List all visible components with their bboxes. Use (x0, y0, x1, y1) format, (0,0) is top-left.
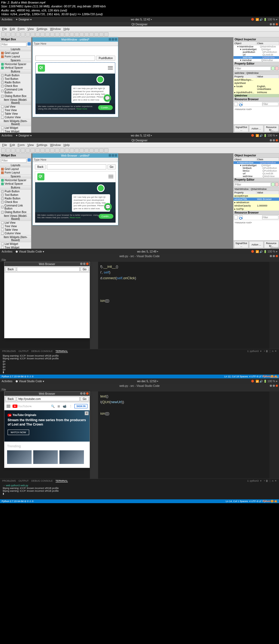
browser-back-button[interactable]: Back (5, 267, 16, 272)
reload-icon[interactable]: ⟳ (239, 102, 243, 106)
widget-category[interactable]: Item Widgets (Item-Based) (0, 235, 31, 242)
toolbar-button[interactable] (35, 148, 40, 153)
browser-viewport[interactable] (4, 273, 90, 338)
menu-edit[interactable]: Edit (9, 27, 16, 31)
url-lineedit[interactable] (35, 56, 95, 61)
toolbar-button[interactable] (70, 32, 74, 37)
widget-item[interactable]: Radio Button (0, 197, 31, 200)
widget-item[interactable]: Form Layout (0, 171, 31, 174)
browser-go-button[interactable]: Go (80, 267, 89, 272)
toolbar-button[interactable] (16, 148, 20, 153)
close-icon[interactable] (276, 23, 278, 25)
chat-bubble-icon[interactable]: 💬 (104, 203, 112, 211)
menu-view[interactable]: View (26, 143, 35, 147)
toolbar-button[interactable] (31, 32, 35, 37)
toolbar-button[interactable] (75, 148, 79, 153)
qt-menubar[interactable]: FileEditFormViewSettingsWindowHelp (0, 142, 279, 148)
widget-item[interactable]: Tree View (0, 108, 31, 112)
widget-item[interactable]: Push Button (0, 74, 31, 77)
object-row[interactable]: pushButtonQPushButton (233, 51, 279, 53)
toolbar-button[interactable] (21, 32, 25, 37)
read-more-link[interactable]: Read more (76, 108, 87, 110)
widget-item[interactable]: List View (0, 105, 31, 108)
toolbar-button[interactable] (31, 148, 35, 153)
toolbar-button[interactable] (99, 32, 104, 37)
widget-item[interactable]: Check Box (0, 200, 31, 204)
toolbar-button[interactable] (26, 32, 30, 37)
toolbar-button[interactable] (70, 148, 74, 153)
widget-item[interactable]: List Widget (0, 126, 31, 130)
widget-item[interactable]: Table View (0, 112, 31, 116)
widget-item[interactable]: Grid Layout (0, 51, 31, 55)
remove-icon[interactable] (275, 183, 278, 186)
property-filter-input[interactable] (234, 66, 271, 71)
read-more-link[interactable]: Read more (70, 216, 81, 219)
toolbar-button[interactable] (35, 32, 40, 37)
video-thumb[interactable] (59, 450, 84, 464)
widget-item[interactable]: Vertical Spacer (0, 66, 31, 69)
widget-item[interactable]: Command Link Button (0, 88, 31, 94)
widget-item[interactable]: Horizontal Spacer (0, 62, 31, 66)
toolbar-button[interactable] (50, 148, 54, 153)
menu-form[interactable]: Form (17, 27, 26, 31)
notification-icon[interactable] (251, 380, 254, 382)
burger-icon[interactable] (108, 66, 113, 70)
video-thumb[interactable] (7, 450, 32, 464)
property-row[interactable]: autoFillBackgro... (233, 78, 279, 81)
widget-item[interactable]: Tool Button (0, 77, 31, 81)
video-thumb[interactable] (33, 450, 58, 464)
app-indicator[interactable]: ⬢ Visual Studio Code ▾ (16, 250, 44, 253)
toolbar-button[interactable] (84, 32, 89, 37)
terminal-tabs[interactable]: PROBLEMSOUTPUTDEBUG CONSOLETERMINAL 1: p… (0, 349, 279, 353)
search-icon[interactable]: 🔍 (51, 405, 55, 408)
object-row[interactable]: btnGoQPushButton (233, 169, 279, 172)
toolbar-button[interactable] (65, 148, 69, 153)
object-row[interactable]: ▾ MainWindowQMainWindow (233, 161, 279, 164)
widget-item[interactable]: List Widget (0, 242, 31, 246)
object-row[interactable]: webViewQWebView (233, 175, 279, 178)
property-row[interactable]: styleSheet (233, 81, 279, 85)
toolbar-button[interactable] (80, 148, 84, 153)
remove-icon[interactable] (275, 66, 278, 70)
vscode-activity-bar[interactable] (90, 391, 98, 479)
minimap[interactable] (269, 262, 279, 349)
toolbar-button[interactable] (55, 148, 59, 153)
design-titlebar[interactable]: MainWindow - untitled* (33, 38, 118, 42)
terminal[interactable]: libpng warning: iCCP: known incorrect sR… (0, 353, 279, 375)
widget-item[interactable]: Command Link Button (0, 204, 31, 210)
widget-item[interactable]: Vertical Spacer (0, 182, 31, 186)
toolbar-button[interactable] (80, 32, 84, 37)
menu-form[interactable]: Form (17, 143, 26, 147)
menu-placeholder[interactable]: Type Here (33, 42, 118, 46)
apps-icon[interactable]: ⊞ (57, 405, 60, 408)
qwebview-widget[interactable]: Hi! I can help you get the right Qt down… (35, 171, 116, 223)
widget-item[interactable]: Push Button (0, 190, 31, 193)
qwebview-widget[interactable]: Hi! I can help you get the right Qt down… (35, 62, 115, 114)
widget-item[interactable]: Radio Button (0, 81, 31, 84)
toolbar-button[interactable] (99, 148, 104, 153)
property-row[interactable]: windowTitleWeb Browser (233, 198, 279, 201)
burger-icon[interactable] (108, 175, 113, 179)
vscode-statusbar[interactable]: Python 2.7.15 64-bit ⊘ 0 ⚠ 0Ln 14, Col 1… (0, 499, 279, 503)
property-row[interactable]: ▸ toolTip (233, 207, 279, 211)
resource-browser[interactable]: ⟳ <resource root> (233, 102, 279, 124)
watch-now-button[interactable]: WATCH NOW (8, 430, 29, 435)
widget-item[interactable]: Table View (0, 228, 31, 232)
system-tray[interactable]: 📶 🔊 🔋 100 % ▾ (256, 18, 277, 21)
maximize-icon[interactable] (273, 23, 275, 25)
widget-category[interactable]: Buttons (0, 69, 31, 74)
toolbar-button[interactable] (6, 148, 10, 153)
toolbar-button[interactable] (45, 148, 50, 153)
widget-item[interactable]: Grid Layout (0, 167, 31, 171)
toolbar-button[interactable] (21, 148, 25, 153)
terminal-selector[interactable]: 1: python3 (247, 479, 259, 482)
toolbar-button[interactable] (104, 32, 108, 37)
menu-window[interactable]: Window (49, 27, 62, 31)
widget-category[interactable]: Layouts (0, 47, 31, 51)
toolbar-button[interactable] (11, 32, 15, 37)
minimize-icon[interactable] (270, 23, 272, 25)
browser-back-button[interactable]: Back (5, 397, 16, 401)
terminal[interactable]: → web python3 web.pylibpng warning: iCCP… (0, 483, 279, 499)
menu-window[interactable]: Window (49, 143, 62, 147)
file-menu[interactable]: File (2, 259, 6, 262)
